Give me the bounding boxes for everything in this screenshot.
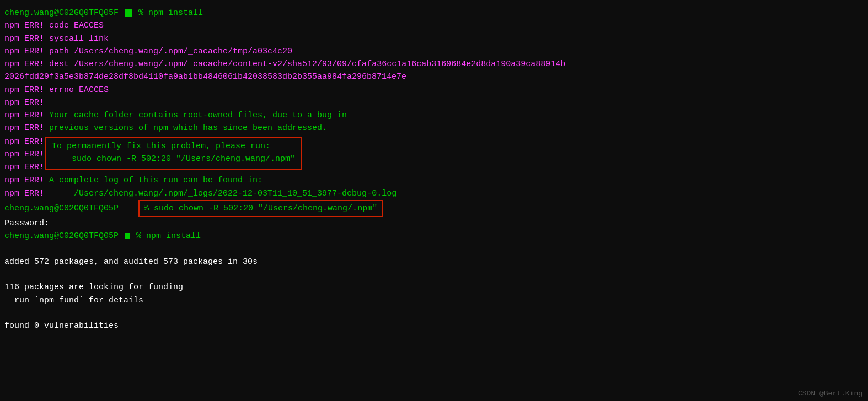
funding-line1: 116 packages are looking for funding [4, 281, 864, 294]
log-path: /Users/cheng.wang/.npm/_logs/2022-12-03T… [49, 187, 397, 200]
fix-line1: To permanently fix this problem, please … [52, 140, 295, 153]
funding-line2: run `npm fund` for details [4, 294, 864, 307]
err-text: path /Users/cheng.wang/.npm/_cacache/tmp… [49, 47, 292, 56]
npm-label: npm ERR! [4, 123, 44, 133]
prompt3-cmd: % npm install [136, 231, 201, 241]
err-text: A complete log of this run can be found … [49, 176, 262, 185]
npm-label: npm ERR! [4, 59, 44, 69]
npm-label: npm ERR! [4, 162, 44, 172]
err-text: errno EACCES [49, 85, 109, 95]
terminal-line: npm ERR! [4, 148, 44, 161]
terminal-line: npm ERR! [4, 96, 864, 109]
prompt-square3 [125, 233, 130, 239]
watermark: CSDN @Bert.King [798, 389, 862, 398]
terminal: cheng.wang@C02GQ0TFQ05F % npm install np… [0, 4, 868, 334]
blank-line [4, 243, 864, 256]
err-text: dest /Users/cheng.wang/.npm/_cacache/con… [49, 59, 565, 69]
password-label: Password: [4, 219, 49, 228]
err-text: previous versions of npm which has since… [49, 123, 327, 133]
prompt-user: cheng.wang@C02GQ0TFQ05F [4, 8, 119, 18]
npm-label-log: npm ERR! [4, 187, 49, 200]
npm-label: npm ERR! [4, 176, 44, 185]
prompt-square [125, 9, 132, 17]
chown-cmd-box: % sudo chown -R 502:20 "/Users/cheng.wan… [138, 200, 383, 217]
npm-label: npm ERR! [4, 189, 44, 198]
err-text: syscall link [49, 34, 109, 44]
err-text: Your cache folder contains root-owned fi… [49, 111, 347, 120]
terminal-line: npm ERR! errno EACCES [4, 84, 864, 96]
prompt-symbol: % npm install [138, 8, 203, 18]
npm-label: npm ERR! [4, 98, 44, 107]
highlight-block: npm ERR! npm ERR! npm ERR! To permanentl… [4, 136, 864, 174]
err-text: code EACCES [49, 21, 104, 30]
chown-prompt-line: cheng.wang@C02GQ0TFQ05P % sudo chown -R … [4, 200, 864, 217]
blank-line2 [4, 268, 864, 281]
fix-line2: sudo chown -R 502:20 "/Users/cheng.wang/… [52, 153, 295, 165]
blank-line3 [4, 307, 864, 319]
terminal-line: npm ERR! Your cache folder contains root… [4, 109, 864, 122]
terminal-line: cheng.wang@C02GQ0TFQ05F % npm install [4, 7, 864, 19]
fix-suggestion-box: To permanently fix this problem, please … [45, 137, 302, 170]
log-line-block: npm ERR! /Users/cheng.wang/.npm/_logs/20… [4, 187, 864, 200]
npm-label: npm ERR! [4, 34, 44, 44]
terminal-line: npm ERR! [4, 161, 44, 174]
prompt2-user: cheng.wang@C02GQ0TFQ05P [4, 202, 119, 215]
npm-label: npm ERR! [4, 150, 44, 159]
npm-err-labels-col: npm ERR! npm ERR! npm ERR! [4, 136, 44, 174]
terminal-line: Password: [4, 217, 864, 230]
terminal-line: npm ERR! dest /Users/cheng.wang/.npm/_ca… [4, 58, 864, 71]
found-vulnerabilities-line: found 0 vulnerabilities [4, 319, 864, 332]
terminal-line: 2026fdd29f3a5e3b874de28df8bd4110fa9ab1bb… [4, 71, 864, 83]
terminal-line: npm ERR! previous versions of npm which … [4, 122, 864, 134]
terminal-line: cheng.wang@C02GQ0TFQ05P % npm install [4, 230, 864, 242]
npm-label: npm ERR! [4, 111, 44, 120]
npm-label: npm ERR! [4, 85, 44, 95]
err-text-cont: 2026fdd29f3a5e3b874de28df8bd4110fa9ab1bb… [4, 72, 406, 82]
npm-label: npm ERR! [4, 21, 44, 30]
terminal-line: npm ERR! path /Users/cheng.wang/.npm/_ca… [4, 45, 864, 58]
terminal-line: npm ERR! [4, 136, 44, 148]
npm-label: npm ERR! [4, 137, 44, 147]
terminal-line: npm ERR! code EACCES [4, 19, 864, 32]
npm-label: npm ERR! [4, 47, 44, 56]
prompt3-user: cheng.wang@C02GQ0TFQ05P [4, 231, 119, 241]
terminal-line: npm ERR! A complete log of this run can … [4, 174, 864, 187]
added-packages-line: added 572 packages, and audited 573 pack… [4, 256, 864, 268]
terminal-line: npm ERR! syscall link [4, 32, 864, 45]
chown-cmd: % sudo chown -R 502:20 "/Users/cheng.wan… [144, 204, 377, 213]
